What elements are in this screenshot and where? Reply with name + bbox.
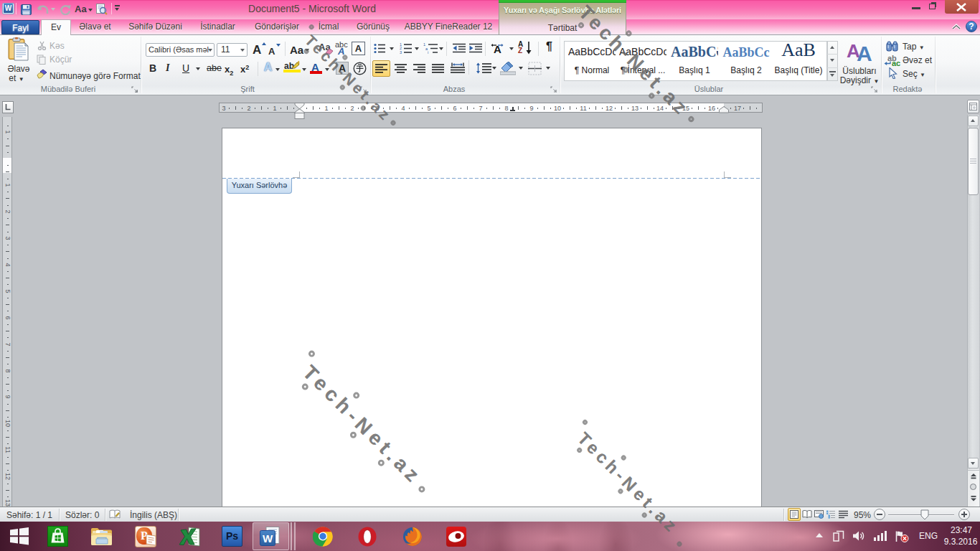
svg-text:i: i <box>428 50 428 54</box>
svg-text:W: W <box>263 532 273 545</box>
svg-text:3: 3 <box>400 50 402 55</box>
svg-text:A: A <box>494 43 501 54</box>
